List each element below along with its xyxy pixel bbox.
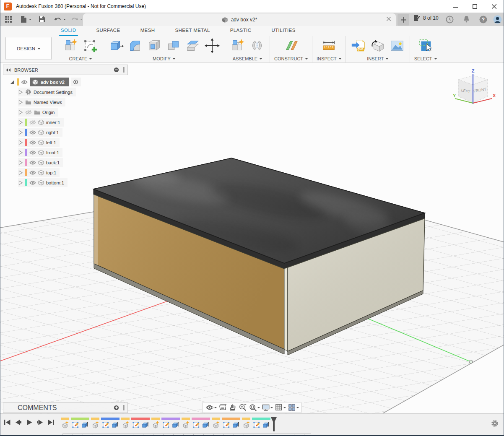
timeline-playhead[interactable]	[271, 417, 277, 431]
minimize-button[interactable]	[446, 0, 465, 13]
step-back-button[interactable]	[15, 419, 22, 426]
combine-icon[interactable]	[165, 37, 182, 54]
joint-icon[interactable]	[249, 37, 265, 54]
expand-arrow-icon[interactable]	[18, 170, 23, 175]
visibility-off-icon[interactable]	[25, 109, 32, 115]
expand-arrow-icon[interactable]	[18, 130, 23, 135]
expand-arrow-icon[interactable]	[18, 120, 23, 125]
expand-arrow-icon[interactable]	[18, 100, 23, 105]
visibility-eye-icon[interactable]	[21, 79, 28, 85]
sketch-feature-icon[interactable]	[192, 421, 200, 428]
sketch-feature-icon[interactable]	[72, 421, 79, 428]
panel-grip[interactable]	[123, 405, 125, 410]
notifications-bell-icon[interactable]	[462, 15, 471, 24]
insert-svg-icon[interactable]: SVG	[350, 37, 367, 54]
extrude-feature-icon[interactable]	[171, 421, 179, 428]
shell-icon[interactable]	[146, 37, 163, 54]
visibility-off-icon[interactable]	[29, 119, 36, 125]
file-menu-caret[interactable]	[29, 19, 31, 21]
visibility-eye-icon[interactable]	[29, 140, 36, 145]
browser-item-label[interactable]: inner:1	[46, 120, 60, 125]
browser-item-label[interactable]: Origin	[42, 110, 55, 115]
expand-arrow-icon[interactable]	[18, 180, 23, 185]
zoom-icon[interactable]	[239, 403, 247, 412]
visibility-eye-icon[interactable]	[29, 180, 36, 186]
move-copy-icon[interactable]	[204, 37, 221, 54]
look-at-icon[interactable]	[218, 403, 227, 412]
expanded-arrow-icon[interactable]	[10, 80, 15, 85]
new-component-feature-icon[interactable]	[61, 421, 69, 428]
job-status-clock-icon[interactable]	[445, 15, 454, 24]
browser-row-right[interactable]: right:1	[18, 128, 62, 137]
new-component-feature-icon[interactable]	[182, 421, 190, 428]
extrude-feature-icon[interactable]	[111, 421, 119, 428]
assemble-menu[interactable]: ASSEMBLE	[233, 55, 262, 62]
browser-item-label[interactable]: right:1	[46, 130, 59, 135]
undo-icon[interactable]	[52, 14, 63, 25]
construct-menu[interactable]: CONSTRUCT	[274, 55, 308, 62]
document-tab[interactable]: adv box v2*	[83, 13, 396, 26]
create-menu[interactable]: CREATE	[69, 55, 92, 62]
close-button[interactable]	[484, 0, 504, 13]
browser-row-bottom[interactable]: bottom:1	[18, 178, 68, 187]
user-avatar[interactable]	[493, 15, 502, 24]
new-component-feature-icon[interactable]	[122, 421, 129, 428]
sketch-feature-icon[interactable]	[102, 421, 109, 428]
insert-menu[interactable]: INSERT	[367, 55, 388, 62]
browser-row-origin[interactable]: Origin	[18, 108, 58, 117]
save-icon[interactable]	[36, 14, 47, 25]
tab-mesh[interactable]: MESH	[130, 26, 165, 36]
remove-panel-icon[interactable]	[114, 67, 119, 73]
browser-row-front[interactable]: front:1	[18, 148, 62, 157]
browser-row-left[interactable]: left:1	[18, 138, 60, 147]
new-component-feature-icon[interactable]	[152, 421, 159, 428]
sketch-feature-icon[interactable]	[223, 421, 230, 428]
insert-canvas-icon[interactable]	[389, 37, 405, 54]
expand-arrow-icon[interactable]	[18, 160, 23, 165]
help-icon[interactable]: ?	[478, 15, 488, 24]
add-comment-icon[interactable]	[114, 405, 119, 410]
expand-arrow-icon[interactable]	[18, 150, 23, 155]
visibility-eye-icon[interactable]	[29, 170, 36, 176]
press-pull-icon[interactable]	[107, 37, 124, 54]
expand-arrow-icon[interactable]	[18, 140, 23, 145]
new-component-feature-icon[interactable]	[212, 421, 220, 428]
browser-row-named-views[interactable]: Named Views	[18, 98, 65, 106]
undo-caret[interactable]	[63, 19, 66, 21]
new-tab-button[interactable]	[397, 14, 409, 26]
select-menu[interactable]: SELECT	[414, 55, 437, 62]
visibility-eye-icon[interactable]	[29, 150, 36, 156]
play-button[interactable]	[26, 419, 33, 426]
browser-row-root[interactable]: adv box v2	[10, 78, 84, 86]
new-component-feature-icon[interactable]	[91, 421, 99, 428]
browser-item-label[interactable]: front:1	[46, 150, 59, 155]
tab-plastic[interactable]: PLASTIC	[220, 26, 262, 36]
extrude-feature-icon[interactable]	[81, 421, 88, 428]
extrude-feature-icon[interactable]	[262, 421, 270, 428]
browser-row-back[interactable]: back:1	[18, 158, 63, 167]
browser-item-label[interactable]: back:1	[46, 160, 60, 165]
maximize-button[interactable]	[465, 0, 484, 13]
modify-menu[interactable]: MODIFY	[153, 55, 175, 62]
new-component-feature-icon[interactable]	[242, 421, 250, 428]
create-sketch-icon[interactable]	[82, 37, 99, 54]
offset-face-icon[interactable]	[184, 37, 201, 54]
box-model[interactable]	[94, 158, 425, 355]
browser-item-label[interactable]: left:1	[46, 140, 56, 145]
visibility-eye-icon[interactable]	[29, 160, 36, 166]
tab-solid[interactable]: SOLID	[51, 26, 86, 36]
tab-utilities[interactable]: UTILITIES	[261, 26, 305, 36]
select-icon[interactable]	[417, 37, 434, 54]
design-workspace-menu[interactable]: DESIGN	[5, 37, 52, 60]
viewport-canvas[interactable]: LEFT FRONT Z Y X BROWSER	[0, 63, 504, 413]
browser-row-top[interactable]: top:1	[18, 168, 60, 177]
step-forward-button[interactable]	[36, 419, 44, 426]
activate-component-radio[interactable]	[71, 78, 81, 86]
collapse-panel-icon[interactable]	[6, 68, 11, 72]
browser-row-document-settings[interactable]: Document Settings	[18, 88, 76, 96]
extrude-feature-icon[interactable]	[202, 421, 209, 428]
new-component-icon[interactable]	[229, 37, 246, 54]
redo-icon[interactable]	[69, 14, 80, 25]
timeline-options-gear-icon[interactable]	[491, 420, 499, 427]
construction-plane-icon[interactable]	[283, 37, 299, 54]
